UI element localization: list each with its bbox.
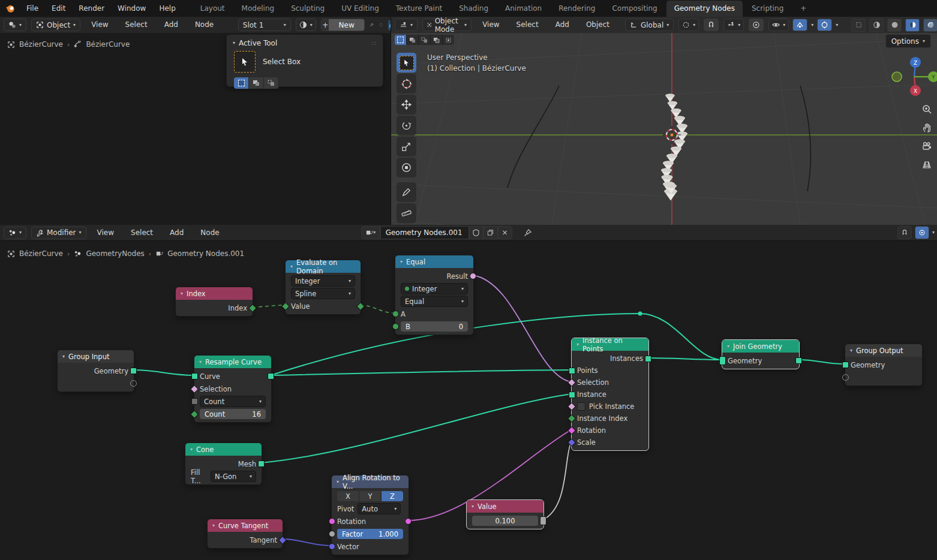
node-join-geometry[interactable]: ▾Join Geometry Geometry — [722, 339, 800, 369]
tab-animation[interactable]: Animation — [497, 1, 549, 17]
shader-menu-view[interactable]: View — [85, 17, 114, 33]
transform-orientation-dropdown[interactable]: Global ▾ — [625, 19, 674, 31]
select-mode-subtract-button[interactable] — [264, 77, 279, 89]
node-align-rotation[interactable]: ▾Align Rotation to V... X Y Z PivotAuto▾… — [331, 475, 409, 555]
node-group-input[interactable]: ▾Group Input Geometry — [57, 350, 134, 392]
tool-annotate[interactable] — [397, 182, 416, 202]
copy-tree-button[interactable] — [483, 226, 498, 239]
breadcrumb-data[interactable]: BézierCurve — [86, 40, 130, 49]
node-resample-curve[interactable]: ▾Resample Curve Curve Selection Count▾ C… — [194, 355, 272, 423]
select-subtract-mode-button[interactable] — [419, 35, 431, 45]
shading-solid-button[interactable] — [869, 19, 884, 32]
tab-compositing[interactable]: Compositing — [604, 1, 665, 17]
collapse-chevron-icon[interactable]: ▾ — [181, 291, 183, 296]
tab-sculpting[interactable]: Sculpting — [283, 1, 332, 17]
perspective-toggle-button[interactable] — [920, 158, 934, 172]
bezier-curve-right[interactable] — [800, 86, 810, 191]
gizmo-neg-y-ball[interactable] — [892, 72, 902, 82]
select-intersect-mode-button[interactable] — [443, 35, 454, 45]
mode-dropdown[interactable]: Count▾ — [200, 396, 266, 407]
show-overlays-toggle[interactable] — [792, 19, 807, 31]
ne-menu-add[interactable]: Add — [164, 225, 190, 241]
menu-window[interactable]: Window — [112, 1, 152, 17]
pin-icon[interactable] — [370, 20, 374, 29]
socket-b-in[interactable] — [392, 323, 399, 330]
menu-file[interactable]: File — [20, 1, 44, 17]
unlink-tree-button[interactable]: × — [498, 226, 512, 239]
zoom-tool-button[interactable] — [920, 102, 934, 116]
collapse-chevron-icon[interactable]: ▾ — [471, 504, 474, 509]
chevron-down-icon[interactable]: ▾ — [811, 23, 813, 28]
tool-select-box[interactable] — [397, 53, 416, 73]
tab-uv-editing[interactable]: UV Editing — [334, 1, 387, 17]
collapse-chevron-icon[interactable]: ▾ — [400, 260, 403, 264]
shading-material-preview-button[interactable] — [905, 19, 920, 32]
socket-points-in[interactable] — [569, 368, 575, 374]
collapse-chevron-icon[interactable]: ▾ — [576, 342, 579, 347]
tool-measure[interactable] — [397, 203, 416, 223]
operation-dropdown[interactable]: Equal▾ — [401, 296, 468, 307]
socket-instance-in[interactable] — [569, 392, 575, 398]
tool-transform[interactable] — [397, 158, 416, 177]
shading-material-button[interactable] — [887, 19, 902, 32]
collapse-chevron-icon[interactable]: ▾ — [850, 348, 852, 353]
socket-geometry-out[interactable] — [130, 368, 137, 374]
collapse-chevron-icon[interactable]: ▾ — [62, 354, 65, 359]
tab-rendering[interactable]: Rendering — [551, 1, 603, 17]
axis-x-button[interactable]: X — [337, 491, 359, 501]
socket-curve-in[interactable] — [191, 373, 198, 380]
socket-a-in[interactable] — [392, 311, 399, 317]
select-mode-new-button[interactable] — [234, 77, 249, 89]
chevron-down-icon[interactable]: ▾ — [836, 23, 838, 28]
collapse-chevron-icon[interactable]: ▾ — [212, 523, 215, 528]
node-cone[interactable]: ▾Cone Mesh Fill T...N-Gon▾ — [185, 442, 262, 485]
menu-render[interactable]: Render — [73, 1, 110, 17]
data-type-dropdown[interactable]: Integer▾ — [401, 283, 468, 294]
select-box-tool-button[interactable] — [234, 51, 256, 73]
socket-geometry-out[interactable] — [795, 357, 802, 364]
select-difference-mode-button[interactable] — [431, 35, 443, 45]
collapse-chevron-icon[interactable]: ▾ — [290, 264, 293, 269]
select-box-mode-button[interactable] — [395, 35, 407, 45]
proportional-edit-toggle[interactable] — [749, 19, 764, 31]
node-editor-type-button[interactable]: ▾ — [4, 227, 26, 239]
tab-layout[interactable]: Layout — [193, 1, 233, 17]
shader-menu-node[interactable]: Node — [189, 17, 220, 33]
shader-menu-add[interactable]: Add — [158, 17, 184, 33]
socket-rotation-in[interactable] — [329, 518, 335, 525]
breadcrumb-object[interactable]: BézierCurve — [19, 40, 63, 49]
tool-cursor[interactable] — [397, 74, 416, 94]
count-field[interactable]: Count16 — [200, 409, 266, 419]
mode-dropdown[interactable]: Object Mode ▾ — [422, 19, 471, 31]
select-mode-extend-button[interactable] — [249, 77, 264, 89]
material-slot-dropdown[interactable]: Slot 1 ▾ — [238, 19, 291, 31]
socket-geometry-in[interactable] — [842, 362, 849, 368]
collapse-chevron-icon[interactable]: ▾ — [727, 344, 729, 349]
viewport-canvas[interactable]: User Perspective (1) Collection | Bézier… — [391, 33, 937, 225]
socket-mesh-out[interactable] — [258, 460, 265, 467]
tool-move[interactable] — [397, 95, 416, 115]
tab-modeling[interactable]: Modeling — [234, 1, 283, 17]
fake-user-button[interactable] — [469, 226, 483, 239]
socket-factor-in[interactable] — [329, 531, 335, 537]
shading-rendered-button[interactable] — [923, 19, 937, 32]
socket-geometry-multi-in[interactable] — [719, 356, 726, 365]
node-value[interactable]: ▾Value 0.100 — [466, 499, 544, 529]
pin-icon[interactable] — [523, 228, 532, 237]
vp-menu-object[interactable]: Object — [580, 17, 615, 33]
bezier-curve-left[interactable] — [507, 86, 559, 188]
vp-menu-add[interactable]: Add — [549, 17, 575, 33]
tree-name-field[interactable]: Geometry Nodes.001 — [380, 226, 469, 239]
node-evaluate-on-domain[interactable]: ▾Evaluate on Domain Integer▾ Spline▾ Val… — [285, 260, 361, 315]
snapping-dropdown[interactable]: ▾ — [723, 19, 744, 31]
vp-menu-select[interactable]: Select — [510, 17, 545, 33]
menu-edit[interactable]: Edit — [46, 1, 71, 17]
collapse-chevron-icon[interactable]: ▾ — [190, 447, 193, 452]
shader-menu-select[interactable]: Select — [119, 17, 154, 33]
panel-grip-icon[interactable]: ∷ — [372, 40, 377, 47]
domain-dropdown[interactable]: Spline▾ — [291, 288, 355, 299]
browse-tree-button[interactable]: ▾ — [361, 226, 380, 239]
pivot-dropdown[interactable]: Auto▾ — [358, 503, 401, 514]
value-field[interactable]: 0.100 — [472, 516, 538, 526]
node-equal[interactable]: ▾Equal Result Integer▾ Equal▾ A B0 — [395, 255, 474, 335]
